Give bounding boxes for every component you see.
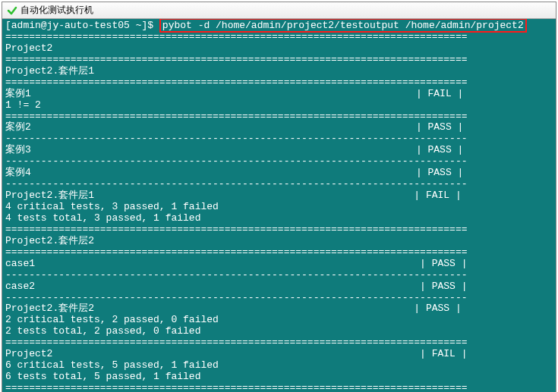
check-icon	[7, 5, 17, 16]
terminal-window: 自动化测试执行机 [admin@jy-auto-test05 ~]$ pybot…	[2, 2, 556, 392]
shell-prompt: [admin@jy-auto-test05 ~]$	[5, 20, 159, 31]
window-title: 自动化测试执行机	[20, 4, 93, 17]
titlebar: 自动化测试执行机	[2, 2, 556, 19]
terminal-output[interactable]: [admin@jy-auto-test05 ~]$ pybot -d /home…	[2, 19, 556, 392]
